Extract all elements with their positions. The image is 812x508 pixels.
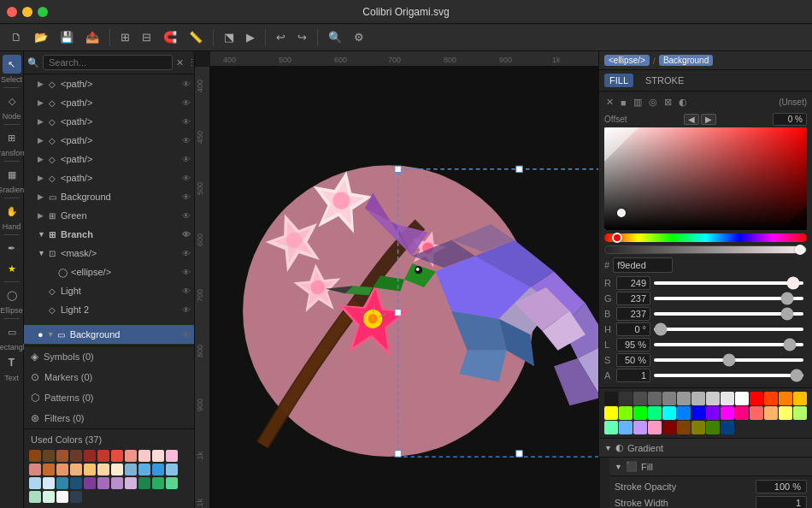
select-tool[interactable]: ↖ bbox=[3, 55, 21, 74]
palette-swatch[interactable] bbox=[721, 406, 734, 420]
palette-swatch[interactable] bbox=[750, 406, 763, 420]
ellipse-tool[interactable]: ◯ bbox=[3, 286, 21, 304]
palette-swatch[interactable] bbox=[677, 392, 691, 405]
g-input[interactable] bbox=[616, 292, 650, 305]
flat-fill-button[interactable]: ■ bbox=[619, 96, 628, 109]
palette-swatch[interactable] bbox=[619, 421, 633, 434]
palette-swatch[interactable] bbox=[735, 392, 749, 405]
hue-thumb[interactable] bbox=[612, 233, 622, 243]
layer-visible-icon[interactable]: 👁 bbox=[182, 98, 191, 108]
layer-visible-icon[interactable]: 👁 bbox=[182, 305, 191, 315]
radial-grad-button[interactable]: ◎ bbox=[647, 95, 659, 109]
color-swatch[interactable] bbox=[70, 491, 82, 503]
layer-visible-icon[interactable]: 👁 bbox=[182, 249, 191, 258]
layer-visible-icon[interactable]: 👁 bbox=[182, 211, 191, 221]
close-search-icon[interactable]: ✕ bbox=[176, 57, 184, 68]
maximize-button[interactable] bbox=[38, 7, 48, 17]
palette-swatch[interactable] bbox=[648, 406, 662, 420]
stroke-width-input[interactable] bbox=[756, 496, 807, 508]
layer-path-6[interactable]: ▶ ◇ <path/> 👁 bbox=[24, 168, 194, 187]
color-picker-area[interactable] bbox=[604, 127, 807, 230]
alpha-slider[interactable] bbox=[604, 245, 807, 254]
palette-swatch[interactable] bbox=[648, 421, 662, 434]
palette-swatch[interactable] bbox=[721, 421, 734, 434]
palette-swatch[interactable] bbox=[604, 406, 618, 420]
layer-green[interactable]: ▶ ⊞ Green 👁 bbox=[24, 206, 194, 225]
obj-tag-ellipse[interactable]: <ellipse/> bbox=[604, 55, 650, 66]
offset-prev-button[interactable]: ◀ bbox=[684, 114, 699, 125]
close-button[interactable] bbox=[7, 7, 17, 17]
canvas-area[interactable]: 400 500 600 700 800 900 1k 1.1k 400 450 … bbox=[195, 51, 598, 508]
fill-tab[interactable]: FILL bbox=[604, 74, 633, 87]
h-input[interactable] bbox=[616, 322, 650, 336]
g-slider[interactable] bbox=[654, 297, 803, 300]
color-swatch[interactable] bbox=[84, 450, 96, 462]
s-slider[interactable] bbox=[654, 358, 803, 362]
transform-button[interactable]: ⊞ bbox=[116, 28, 134, 46]
ruler-button[interactable]: 📏 bbox=[185, 28, 207, 46]
color-swatch[interactable] bbox=[138, 464, 150, 476]
offset-next-button[interactable]: ▶ bbox=[701, 114, 716, 125]
star-tool[interactable]: ★ bbox=[3, 259, 21, 278]
offset-value-input[interactable] bbox=[773, 113, 807, 126]
color-swatch[interactable] bbox=[29, 464, 41, 476]
palette-swatch[interactable] bbox=[633, 421, 647, 434]
s-input[interactable] bbox=[616, 353, 650, 367]
color-swatch[interactable] bbox=[166, 477, 178, 489]
palette-swatch[interactable] bbox=[706, 392, 720, 405]
color-swatch[interactable] bbox=[111, 464, 123, 476]
symbols-item[interactable]: ◈ Symbols (0) bbox=[24, 346, 194, 367]
layer-options-icon[interactable]: ⋮ bbox=[187, 57, 195, 68]
filters-item[interactable]: ⊛ Filters (0) bbox=[24, 408, 194, 428]
layer-visible-icon[interactable]: 👁 bbox=[182, 136, 191, 145]
transform-tool[interactable]: ⊞ bbox=[3, 128, 21, 147]
palette-swatch[interactable] bbox=[706, 406, 720, 420]
palette-swatch[interactable] bbox=[677, 406, 691, 420]
color-swatch[interactable] bbox=[138, 477, 150, 489]
color-swatch[interactable] bbox=[56, 477, 68, 489]
obj-tag-background[interactable]: Background bbox=[659, 55, 713, 66]
palette-swatch[interactable] bbox=[691, 406, 705, 420]
layer-visible-icon[interactable]: 👁 bbox=[182, 174, 191, 183]
align-right-button[interactable]: ▶ bbox=[242, 28, 259, 46]
layer-visible-icon[interactable]: 👁 bbox=[182, 330, 191, 340]
pattern-fill-button[interactable]: ⊠ bbox=[662, 95, 674, 109]
color-swatch[interactable] bbox=[70, 464, 82, 476]
palette-swatch[interactable] bbox=[706, 421, 720, 434]
palette-swatch[interactable] bbox=[619, 392, 633, 405]
markers-item[interactable]: ⊙ Markers (0) bbox=[24, 367, 194, 387]
new-button[interactable]: 🗋 bbox=[7, 28, 26, 46]
color-swatch[interactable] bbox=[56, 491, 68, 503]
r-input[interactable] bbox=[616, 276, 650, 290]
layer-visible-icon[interactable]: 👁 bbox=[182, 192, 191, 202]
layer-path-2[interactable]: ▶ ◇ <path/> 👁 bbox=[24, 93, 194, 112]
palette-swatch[interactable] bbox=[604, 421, 618, 434]
layer-background[interactable]: ▶ ▭ Background 👁 bbox=[24, 187, 194, 206]
rect-tool[interactable]: ▭ bbox=[3, 322, 21, 341]
color-swatch[interactable] bbox=[29, 491, 41, 503]
palette-swatch[interactable] bbox=[779, 406, 792, 420]
palette-swatch[interactable] bbox=[677, 421, 691, 434]
color-swatch[interactable] bbox=[125, 464, 137, 476]
minimize-button[interactable] bbox=[22, 7, 32, 17]
layer-background-active[interactable]: ● ▼ ▭ Background 👁 bbox=[24, 325, 194, 344]
hue-slider[interactable] bbox=[604, 233, 807, 242]
undo-button[interactable]: ↩ bbox=[272, 28, 290, 46]
a-slider[interactable] bbox=[654, 374, 803, 377]
palette-swatch[interactable] bbox=[721, 392, 734, 405]
layer-visible-icon[interactable]: 👁 bbox=[182, 117, 191, 127]
color-picker-cursor[interactable] bbox=[617, 209, 626, 217]
a-input[interactable] bbox=[616, 369, 650, 382]
color-swatch[interactable] bbox=[152, 477, 164, 489]
layer-visible-icon[interactable]: 👁 bbox=[182, 230, 191, 239]
color-swatch[interactable] bbox=[84, 477, 96, 489]
palette-swatch[interactable] bbox=[764, 392, 778, 405]
zoom-button[interactable]: 🔍 bbox=[324, 28, 346, 46]
palette-swatch[interactable] bbox=[793, 392, 807, 405]
color-swatch[interactable] bbox=[84, 464, 96, 476]
palette-swatch[interactable] bbox=[662, 406, 676, 420]
palette-swatch[interactable] bbox=[648, 392, 662, 405]
canvas-viewport[interactable] bbox=[210, 67, 598, 508]
hex-input[interactable] bbox=[613, 257, 673, 273]
color-swatch[interactable] bbox=[111, 477, 123, 489]
